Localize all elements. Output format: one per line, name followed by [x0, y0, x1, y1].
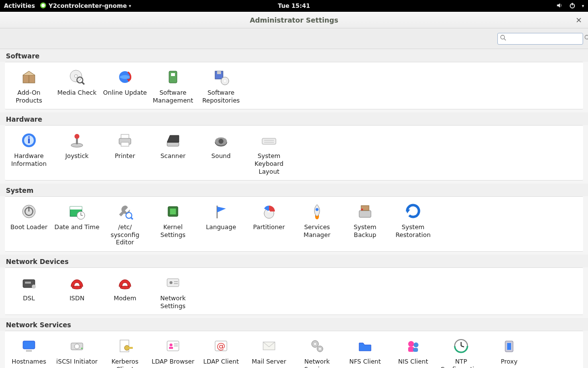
launcher-sound[interactable]: Sound [197, 129, 245, 177]
launcher-label: LDAP Client [203, 358, 239, 366]
card-icon [163, 273, 183, 292]
launcher-label: NTP Configuration [438, 358, 484, 368]
launcher-label: iSCSI Initiator [56, 358, 98, 366]
launcher-kerberos-client[interactable]: Kerberos Client [101, 334, 149, 368]
launcher-network-settings[interactable]: Network Settings [149, 271, 197, 312]
launcher-label: NIS Client [398, 358, 428, 366]
launcher-system-keyboard-layout[interactable]: System Keyboard Layout [245, 129, 293, 177]
box-icon [19, 67, 39, 87]
launcher-sysconfig-editor[interactable]: /etc/ sysconfig Editor [101, 200, 149, 248]
launcher-label: NFS Client [349, 358, 381, 366]
launcher-add-on-products[interactable]: Add-On Products [5, 65, 53, 106]
launcher-label: Online Update [103, 89, 147, 97]
launcher-services-manager[interactable]: Services Manager [293, 200, 341, 248]
search-go-icon[interactable] [584, 34, 588, 43]
launcher-modem[interactable]: Modem [101, 271, 149, 312]
launcher-proxy[interactable]: Proxy [485, 334, 533, 368]
launcher-software-management[interactable]: Software Management [149, 65, 197, 106]
launcher-network-services-xinetd[interactable]: Network Services (xinetd) [293, 334, 341, 368]
disc-search-icon [67, 67, 87, 87]
launcher-label: Proxy [501, 358, 517, 366]
launcher-label: Media Check [57, 89, 97, 97]
activities-button[interactable]: Activities [4, 2, 35, 9]
launcher-kernel-settings[interactable]: Kernel Settings [149, 200, 197, 248]
launcher-label: Date and Time [54, 223, 99, 231]
settings-scroll-area[interactable]: SoftwareAdd-On ProductsMedia CheckOnline… [0, 49, 588, 368]
launcher-label: Add-On Products [6, 89, 52, 104]
launcher-boot-loader[interactable]: Boot Loader [5, 200, 53, 248]
launcher-label: Network Settings [150, 294, 196, 310]
close-button[interactable]: × [576, 15, 582, 25]
launcher-ntp-configuration[interactable]: NTP Configuration [437, 334, 485, 368]
gears-icon [307, 336, 327, 356]
launcher-dsl[interactable]: DSL [5, 271, 53, 312]
launcher-label: Network Services (xinetd) [294, 358, 340, 368]
piechart-disk-icon [259, 202, 279, 221]
desktop-icon [19, 336, 39, 356]
key-doc-icon [115, 336, 135, 356]
launcher-label: Hostnames [12, 358, 46, 366]
launcher-date-and-time[interactable]: Date and Time [53, 200, 101, 248]
power-icon [19, 202, 39, 221]
launcher-label: Language [206, 223, 236, 231]
launcher-language[interactable]: Language [197, 200, 245, 248]
clock-icon [451, 336, 471, 356]
chip-green-icon [163, 202, 183, 221]
launcher-media-check[interactable]: Media Check [53, 65, 101, 106]
launcher-hostnames[interactable]: Hostnames [5, 334, 53, 368]
launcher-online-update[interactable]: Online Update [101, 65, 149, 106]
launcher-mail-server[interactable]: Mail Server [245, 334, 293, 368]
launcher-ldap-browser[interactable]: LDAP Browser [149, 334, 197, 368]
section-header-network-services: Network Services [0, 318, 588, 331]
launcher-iscsi-initiator[interactable]: iSCSI Initiator [53, 334, 101, 368]
wrench-search-icon [115, 202, 135, 221]
launcher-nis-client[interactable]: NIS Client [389, 334, 437, 368]
search-input[interactable] [507, 35, 584, 42]
window-title: Administrator Settings [250, 16, 339, 24]
launcher-label: Modem [114, 294, 136, 302]
section-header-software: Software [0, 49, 588, 62]
section-header-system: System [0, 184, 588, 196]
search-box[interactable] [497, 33, 583, 45]
flag-icon [211, 202, 231, 221]
launcher-label: System Keyboard Layout [246, 152, 292, 175]
toolbar [0, 28, 588, 49]
chevron-down-icon[interactable]: ▾ [582, 3, 584, 8]
power-icon[interactable] [569, 2, 576, 10]
launcher-label: Mail Server [252, 358, 286, 366]
launcher-label: Software Management [150, 89, 196, 104]
app-menu[interactable]: Y2controlcenter-gnome ▾ [40, 2, 131, 10]
section-header-hardware: Hardware [0, 112, 588, 125]
info-icon [19, 131, 39, 150]
refresh-icon [403, 202, 423, 221]
section-body: HostnamesiSCSI InitiatorKerberos ClientL… [5, 331, 583, 368]
clock[interactable]: Tue 15:41 [278, 2, 310, 9]
launcher-joystick[interactable]: Joystick [53, 129, 101, 177]
shield-portal-icon [499, 336, 519, 356]
launcher-scanner[interactable]: Scanner [149, 129, 197, 177]
window-titlebar: Administrator Settings × [0, 12, 588, 28]
phone-red-icon [115, 273, 135, 292]
launcher-isdn[interactable]: ISDN [53, 271, 101, 312]
launcher-label: Kerberos Client [102, 358, 148, 368]
launcher-hardware-information[interactable]: Hardware Information [5, 129, 53, 177]
launcher-system-restoration[interactable]: System Restoration [389, 200, 437, 248]
launcher-nfs-client[interactable]: NFS Client [341, 334, 389, 368]
launcher-software-repositories[interactable]: Software Repositories [197, 65, 245, 106]
launcher-printer[interactable]: Printer [101, 129, 149, 177]
launcher-label: Printer [115, 152, 135, 160]
launcher-system-backup[interactable]: System Backup [341, 200, 389, 248]
search-icon [500, 34, 507, 43]
yast-logo-icon [40, 2, 47, 10]
launcher-partitioner[interactable]: Partitioner [245, 200, 293, 248]
chevron-down-icon: ▾ [129, 3, 131, 8]
launcher-label: Sound [211, 152, 230, 160]
launcher-label: ISDN [70, 294, 85, 302]
folder-blue-icon [355, 336, 375, 356]
volume-icon[interactable] [556, 2, 563, 10]
launcher-label: Boot Loader [10, 223, 48, 231]
app-menu-label: Y2controlcenter-gnome [49, 2, 127, 9]
section-header-network-devices: Network Devices [0, 255, 588, 267]
launcher-ldap-client[interactable]: LDAP Client [197, 334, 245, 368]
launcher-label: LDAP Browser [151, 358, 194, 366]
